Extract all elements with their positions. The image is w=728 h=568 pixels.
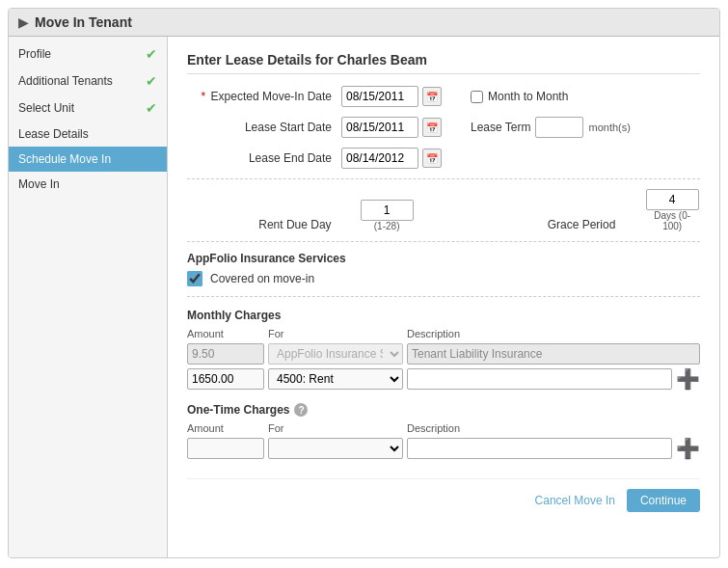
sidebar-item-label: Select Unit [18,101,74,115]
lease-end-input[interactable] [341,148,418,169]
sidebar-item-label: Schedule Move In [18,152,111,166]
sidebar-item-move-in[interactable]: Move In [9,172,167,197]
breadcrumb-arrow-icon: ▶ [18,14,29,30]
page-header: ▶ Move In Tenant [9,9,719,37]
expected-move-in-calendar-button[interactable]: 📅 [422,87,442,106]
expected-move-in-input-group: 📅 [341,86,442,107]
sidebar-item-profile[interactable]: Profile ✔ [9,41,167,68]
page-title: Move In Tenant [35,14,132,30]
expected-move-in-label: * Expected Move-In Date [187,90,332,103]
lease-start-calendar-button[interactable]: 📅 [422,118,442,137]
insurance-row: Covered on move-in [187,271,700,286]
lease-term-input[interactable] [535,117,583,138]
one-time-charges-title: One-Time Charges ? [187,403,700,417]
sidebar: Profile ✔ Additional Tenants ✔ Select Un… [9,37,168,557]
lease-start-row: Lease Start Date 📅 Lease Term month(s) [187,117,700,138]
month-to-month-label: Month to Month [488,90,568,103]
lease-end-row: Lease End Date 📅 [187,148,700,169]
monthly-charge-1-amount[interactable] [187,343,264,365]
expected-move-in-row: * Expected Move-In Date 📅 Month to Month [187,86,700,107]
lease-start-label: Lease Start Date [187,121,332,134]
main-content: Enter Lease Details for Charles Beam * E… [168,37,719,557]
required-star: * [202,90,206,103]
covered-label: Covered on move-in [210,272,314,285]
monthly-charges-header: Amount For Description [187,328,700,339]
lease-end-label: Lease End Date [187,151,332,165]
page-wrapper: ▶ Move In Tenant Profile ✔ Additional Te… [8,8,720,558]
rent-grace-row: Rent Due Day (1-28) Grace Period Days (0… [187,189,700,231]
cancel-move-in-button[interactable]: Cancel Move In [535,494,615,507]
monthly-charge-2-amount[interactable] [187,368,264,390]
one-time-charge-amount[interactable] [187,438,264,459]
check-icon: ✔ [146,100,157,116]
sidebar-item-label: Profile [18,47,51,61]
one-time-charge-row-1: ➕ [187,438,700,459]
monthly-charges-col-amount: Amount [187,328,264,339]
lease-start-input[interactable] [341,117,418,138]
monthly-charge-row-1: AppFolio Insurance Se [187,343,700,365]
one-time-charge-description[interactable] [407,438,672,459]
lease-start-input-group: 📅 [341,117,442,138]
monthly-charge-2-for[interactable]: 4500: Rent [268,368,403,390]
grace-period-hint: Days (0-100) [644,210,700,231]
covered-checkbox[interactable] [187,271,202,286]
one-time-col-for: For [268,422,403,434]
monthly-charges-col-description: Description [407,328,700,339]
month-to-month-group: Month to Month [471,90,568,103]
sidebar-item-label: Additional Tenants [18,74,113,88]
lease-term-unit: month(s) [588,122,630,133]
section-title: Enter Lease Details for Charles Beam [187,52,700,74]
rent-due-day-input[interactable] [361,200,414,221]
lease-term-group: Lease Term month(s) [471,117,631,138]
monthly-charges-col-for: For [268,328,403,339]
divider-1 [187,178,700,179]
expected-move-in-input[interactable] [341,86,418,107]
lease-end-calendar-button[interactable]: 📅 [422,149,442,168]
help-icon[interactable]: ? [294,403,308,417]
footer-actions: Cancel Move In Continue [187,478,700,512]
add-monthly-charge-button[interactable]: ➕ [676,369,700,389]
one-time-charges-section: One-Time Charges ? Amount For Descriptio… [187,403,700,459]
monthly-charge-1-for: AppFolio Insurance Se [268,343,403,365]
rent-due-day-group: (1-28) [361,200,414,231]
divider-3 [187,296,700,297]
one-time-charge-for[interactable] [268,438,403,459]
sidebar-item-lease-details[interactable]: Lease Details [9,122,167,147]
sidebar-item-label: Move In [18,177,60,191]
monthly-charge-row-2: 4500: Rent ➕ [187,368,700,390]
sidebar-item-schedule-move[interactable]: Schedule Move In [9,147,167,172]
month-to-month-checkbox[interactable] [471,91,483,103]
monthly-charges-title: Monthly Charges [187,309,700,322]
one-time-charges-header: Amount For Description [187,422,700,434]
sidebar-item-additional-tenants[interactable]: Additional Tenants ✔ [9,68,167,95]
check-icon: ✔ [146,73,157,89]
continue-button[interactable]: Continue [627,489,700,512]
grace-period-group: Days (0-100) [644,189,700,231]
lease-end-input-group: 📅 [341,148,442,169]
rent-due-day-hint: (1-28) [374,221,400,231]
add-one-time-charge-button[interactable]: ➕ [676,439,700,458]
grace-period-label: Grace Period [500,218,616,231]
check-icon: ✔ [146,46,157,62]
one-time-col-amount: Amount [187,422,264,434]
one-time-col-description: Description [407,422,700,434]
lease-term-label: Lease Term [471,121,530,134]
rent-due-day-label: Rent Due Day [187,218,332,231]
divider-2 [187,241,700,242]
monthly-charge-2-description[interactable] [407,368,672,390]
insurance-section-title: AppFolio Insurance Services [187,252,700,265]
content-area: Profile ✔ Additional Tenants ✔ Select Un… [9,37,719,557]
sidebar-item-label: Lease Details [18,127,89,141]
sidebar-item-select-unit[interactable]: Select Unit ✔ [9,95,167,122]
grace-period-input[interactable] [646,189,699,210]
monthly-charge-1-description [407,343,700,365]
monthly-charges-section: Monthly Charges Amount For Description A… [187,309,700,390]
